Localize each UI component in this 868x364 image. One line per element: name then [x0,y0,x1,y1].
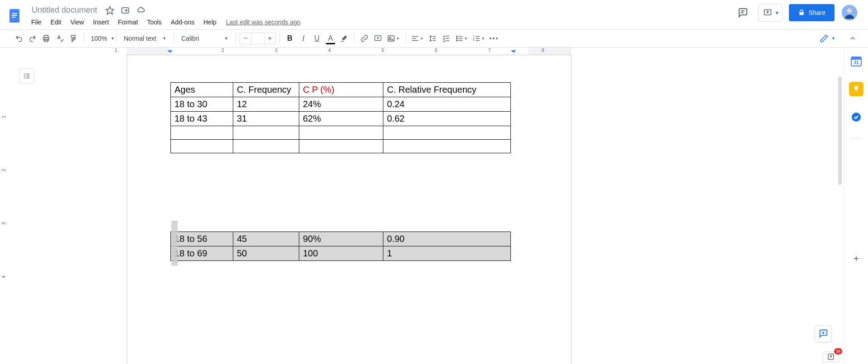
table-frequency[interactable]: Ages C. Frequency C P (%) C. Relative Fr… [170,82,511,153]
italic-button[interactable]: I [297,32,310,45]
move-icon[interactable] [121,6,130,15]
table-cell[interactable]: 18 to 56 [171,232,233,246]
comment-icon [737,7,748,18]
align-button[interactable]: ▼ [409,32,425,45]
spellcheck-button[interactable] [53,32,66,45]
increase-font-button[interactable]: + [264,34,275,43]
table-cell[interactable] [233,140,299,153]
table-cell[interactable]: 18 to 69 [171,246,233,261]
more-button[interactable]: ••• [488,32,501,45]
menu-help[interactable]: Help [199,17,221,28]
table-cell[interactable] [299,140,383,153]
dropdown-icon: ▼ [481,37,485,41]
table-cell[interactable]: 90% [299,232,383,246]
document-page[interactable]: Ages C. Frequency C P (%) C. Relative Fr… [127,55,571,364]
menu-view[interactable]: View [66,17,88,28]
table-row[interactable] [171,140,511,153]
highlight-color-button[interactable] [338,32,350,45]
last-edit-link[interactable]: Last edit was seconds ago [226,19,301,26]
scrollbar-thumb[interactable] [838,76,842,185]
bulleted-list-button[interactable]: ▼ [453,32,470,45]
collapse-toolbar-button[interactable] [846,32,859,45]
present-button[interactable]: ▼ [758,4,783,22]
menu-insert[interactable]: Insert [89,17,113,28]
table-cell[interactable]: Ages [171,83,233,97]
dropdown-icon: ▼ [111,36,115,41]
table-cell[interactable]: 50 [233,246,299,261]
table-cell[interactable] [233,126,299,140]
indent-marker-right[interactable] [511,50,516,55]
table-cell[interactable]: 18 to 30 [171,97,233,112]
insert-image-button[interactable]: ▼ [385,32,401,45]
table-cell[interactable]: C. Frequency [233,83,299,97]
table-row[interactable]: 18 to 56 45 90% 0.90 [171,232,511,246]
table-cell[interactable]: C. Relative Frequency [383,83,511,97]
add-comment-button[interactable] [372,32,384,45]
star-icon[interactable] [105,6,114,15]
table-cell[interactable] [171,126,233,140]
table-cell[interactable] [383,126,511,140]
table-cell[interactable]: 18 to 43 [171,112,233,126]
table-cell[interactable]: 0.90 [383,232,511,246]
menu-file[interactable]: File [27,17,46,28]
keep-icon [852,85,860,93]
redo-button[interactable] [26,32,39,45]
table-frequency-selected[interactable]: 18 to 56 45 90% 0.90 18 to 69 50 100 1 [170,232,511,261]
menu-addons[interactable]: Add-ons [167,17,198,28]
paint-format-button[interactable] [67,32,80,45]
cloud-status-icon[interactable] [136,6,145,15]
table-cell[interactable]: 100 [299,246,383,261]
line-spacing-button[interactable] [426,32,439,45]
table-cell[interactable]: C P (%) [299,83,383,97]
account-avatar[interactable] [841,4,858,21]
font-family-select[interactable]: Calibri▼ [178,32,232,45]
explore-button[interactable]: 39 [823,351,839,362]
editing-mode-button[interactable]: ▼ [816,32,839,45]
table-cell[interactable]: 24% [299,97,383,112]
docs-logo[interactable] [5,4,24,28]
numbered-list-button[interactable]: 123▼ [471,32,487,45]
font-size-stepper[interactable]: − + [240,33,276,44]
zoom-select[interactable]: 100%▼ [87,32,113,45]
print-button[interactable] [40,32,52,45]
calendar-sidebar-button[interactable]: 31 [849,54,863,68]
floating-add-comment-button[interactable] [815,325,832,342]
table-cell[interactable] [171,140,233,153]
share-button[interactable]: Share [789,4,835,21]
menu-tools[interactable]: Tools [143,17,166,28]
table-row[interactable] [171,126,511,140]
paragraph-style-select[interactable]: Normal text▼ [120,32,170,45]
table-row[interactable]: Ages C. Frequency C P (%) C. Relative Fr… [171,83,511,97]
table-cell[interactable]: 1 [383,246,511,261]
table-cell[interactable]: 62% [299,112,383,126]
menu-edit[interactable]: Edit [47,17,66,28]
text-color-button[interactable]: A [324,32,337,45]
tasks-sidebar-button[interactable] [849,110,863,124]
table-cell[interactable]: 12 [233,97,299,112]
insert-link-button[interactable] [358,32,371,45]
table-cell[interactable]: 31 [233,112,299,126]
table-cell[interactable]: 0.62 [383,112,511,126]
horizontal-ruler[interactable]: 1 2 3 4 5 6 7 8 [9,47,843,55]
table-cell[interactable] [299,126,383,140]
keep-sidebar-button[interactable] [849,82,863,96]
table-row[interactable]: 18 to 43 31 62% 0.62 [171,112,511,126]
table-row[interactable]: 18 to 69 50 100 1 [171,246,511,261]
font-size-input[interactable] [251,33,264,44]
table-cell[interactable]: 45 [233,232,299,246]
bold-button[interactable]: B [283,32,296,45]
table-cell[interactable]: 0.24 [383,97,511,112]
menu-format[interactable]: Format [114,17,142,28]
undo-button[interactable] [13,32,25,45]
get-addons-button[interactable]: ＋ [851,253,862,264]
table-row[interactable]: 18 to 30 12 24% 0.24 [171,97,511,112]
document-title[interactable]: Untitled document [30,5,99,16]
decrease-font-button[interactable]: − [240,34,251,43]
comments-history-button[interactable] [734,4,752,22]
underline-button[interactable]: U [311,32,323,45]
indent-marker-left[interactable] [167,50,173,55]
table-cell[interactable] [383,140,511,153]
checklist-button[interactable] [440,32,453,45]
show-outline-button[interactable] [19,68,34,84]
vertical-ruler[interactable]: 1 2 3 4 [0,55,9,364]
